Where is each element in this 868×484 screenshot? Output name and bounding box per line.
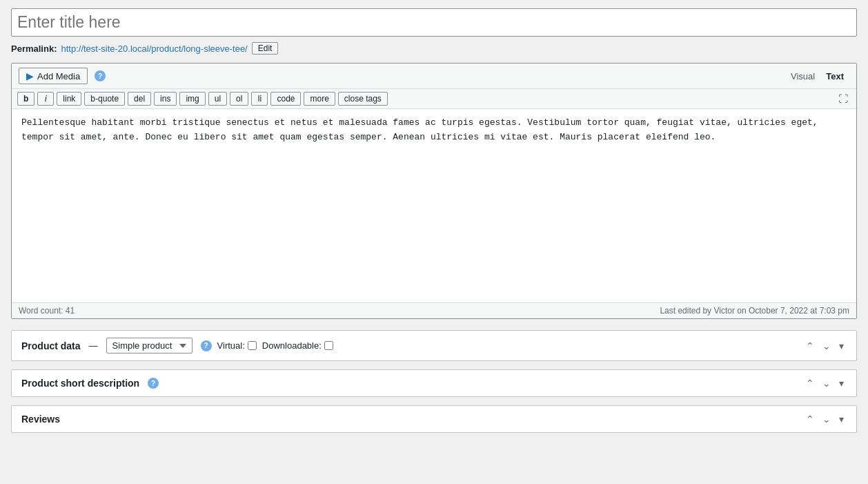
reviews-section: Reviews ⌃ ⌄ ▾ [11,405,857,433]
editor-content[interactable]: Pellentesque habitant morbi tristique se… [12,109,856,302]
last-edited: Last edited by Victor on October 7, 2022… [660,306,849,316]
permalink-url[interactable]: http://test-site-20.local/product/long-s… [61,43,247,54]
toolbar-more[interactable]: more [304,92,335,106]
toolbar-bquote[interactable]: b-quote [84,92,125,106]
virtual-checkbox-group: Virtual: [217,340,257,351]
toolbar-del[interactable]: del [128,92,151,106]
product-short-description-controls: ⌃ ⌄ ▾ [803,377,847,389]
visual-text-tabs: Visual Text [785,68,849,84]
product-data-header: Product data — Simple product ? Virtual:… [12,331,856,360]
product-data-section: Product data — Simple product ? Virtual:… [11,330,857,361]
editor-toolbar: b i link b-quote del ins img ul ol li co… [12,89,856,109]
product-data-up[interactable]: ⌃ [803,340,817,352]
editor-footer: Word count: 41 Last edited by Victor on … [12,302,856,318]
toolbar-code[interactable]: code [270,92,301,106]
reviews-title: Reviews [21,414,60,425]
reviews-down[interactable]: ⌄ [820,413,834,425]
product-data-controls: ⌃ ⌄ ▾ [803,340,847,352]
toolbar-buttons: b i link b-quote del ins img ul ol li co… [17,92,388,106]
editor-wrapper: ▶ Add Media ? Visual Text b i link b-quo… [11,63,857,319]
toolbar-close-tags[interactable]: close tags [338,92,388,106]
downloadable-label: Downloadable: [262,340,322,351]
toolbar-ins[interactable]: ins [154,92,177,106]
downloadable-checkbox-group: Downloadable: [262,340,333,351]
reviews-up[interactable]: ⌃ [803,413,817,425]
toolbar-bold[interactable]: b [17,92,34,106]
product-data-title: Product data [21,340,81,351]
product-data-toggle[interactable]: ▾ [836,340,847,352]
product-data-dash: — [89,340,98,351]
editor-top-bar: ▶ Add Media ? Visual Text [12,64,856,89]
psd-down[interactable]: ⌄ [820,377,834,389]
product-short-description-section: Product short description ? ⌃ ⌄ ▾ [11,369,857,397]
product-data-down[interactable]: ⌄ [820,340,834,352]
toolbar-ol[interactable]: ol [230,92,248,106]
product-short-description-title: Product short description [21,378,139,389]
add-media-button[interactable]: ▶ Add Media [19,68,88,84]
toolbar-img[interactable]: img [179,92,205,106]
fullscreen-icon[interactable]: ⛶ [836,92,851,106]
tab-visual[interactable]: Visual [785,68,820,84]
product-data-help-icon[interactable]: ? [201,340,212,351]
editor-help-icon[interactable]: ? [95,70,106,81]
reviews-toggle[interactable]: ▾ [836,413,847,425]
toolbar-link[interactable]: link [57,92,81,106]
product-type-select[interactable]: Simple product [106,338,193,354]
virtual-checkbox[interactable] [248,341,257,350]
add-media-label: Add Media [37,71,80,81]
post-title-input[interactable]: Long Sleeve Tee [11,8,857,37]
toolbar-italic[interactable]: i [37,92,54,106]
product-short-description-header: Product short description ? ⌃ ⌄ ▾ [12,370,856,396]
reviews-controls: ⌃ ⌄ ▾ [803,413,847,425]
toolbar-li[interactable]: li [251,92,268,106]
psd-up[interactable]: ⌃ [803,377,817,389]
tab-text[interactable]: Text [820,68,849,84]
product-short-description-help-icon[interactable]: ? [148,378,159,389]
word-count: Word count: 41 [19,306,75,316]
permalink-edit-button[interactable]: Edit [252,42,279,55]
virtual-label: Virtual: [217,340,245,351]
psd-toggle[interactable]: ▾ [836,377,847,389]
toolbar-ul[interactable]: ul [208,92,227,106]
permalink-label: Permalink: [11,43,57,54]
media-icon: ▶ [26,70,34,81]
downloadable-checkbox[interactable] [324,341,333,350]
reviews-header: Reviews ⌃ ⌄ ▾ [12,406,856,432]
